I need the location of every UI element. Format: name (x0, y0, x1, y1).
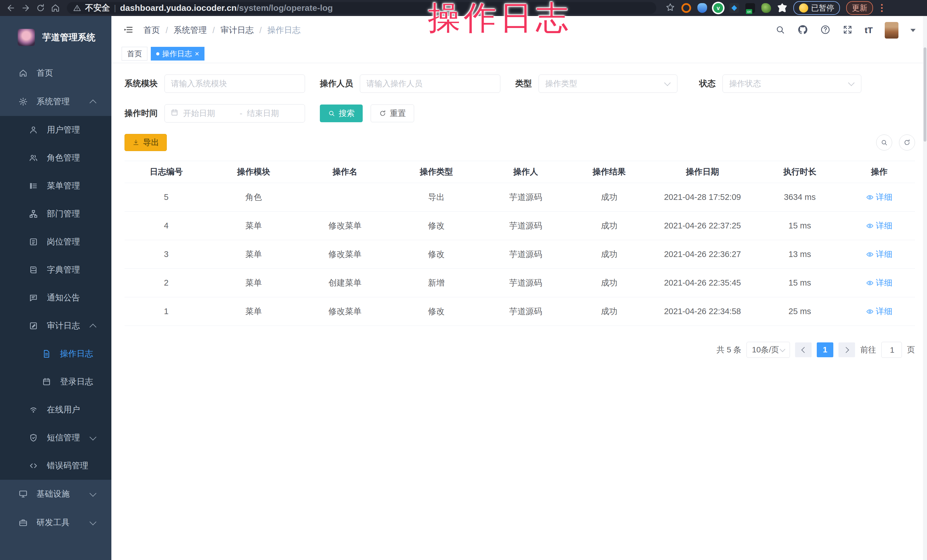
address-bar[interactable]: 不安全 | dashboard.yudao.iocoder.cn/system/… (67, 2, 656, 14)
gear-icon (18, 97, 28, 106)
app-title: 芋道管理系统 (42, 32, 96, 43)
sidebar-item-sms[interactable]: 短信管理 (0, 424, 111, 452)
search-button[interactable]: 搜索 (320, 105, 363, 122)
extension-icon[interactable] (761, 3, 771, 13)
page-size-select[interactable]: 10条/页 (746, 342, 790, 358)
bookmark-star-icon[interactable] (666, 3, 675, 14)
cell-date: 2021-04-26 22:37:25 (649, 212, 756, 240)
extension-icon[interactable] (729, 3, 739, 13)
sidebar-item-error-code[interactable]: 错误码管理 (0, 452, 111, 480)
module-input[interactable] (165, 79, 305, 88)
extension-icon[interactable] (698, 3, 707, 13)
breadcrumb-home[interactable]: 首页 (143, 24, 160, 36)
sidebar-item-system[interactable]: 系统管理 (0, 87, 111, 116)
reset-button[interactable]: 重置 (371, 105, 414, 122)
goto-page-input[interactable] (881, 342, 903, 358)
sidebar-toggle-icon[interactable] (123, 25, 134, 36)
close-icon[interactable]: × (195, 50, 199, 58)
sidebar-item-dev-tools[interactable]: 研发工具 (0, 508, 111, 537)
scrollbar-thumb[interactable] (924, 47, 926, 142)
sidebar-item-operate-log[interactable]: 操作日志 (0, 340, 111, 368)
cell-result: 成功 (570, 297, 649, 326)
cell-id: 2 (125, 269, 208, 297)
browser-menu-icon[interactable] (881, 4, 883, 12)
refresh-table-button[interactable] (899, 135, 915, 150)
detail-link[interactable]: 详细 (866, 220, 892, 232)
sidebar-item-depts[interactable]: 部门管理 (0, 200, 111, 228)
status-select[interactable] (722, 74, 861, 93)
sidebar-item-audit-log[interactable]: 审计日志 (0, 312, 111, 340)
cell-module: 菜单 (208, 212, 299, 240)
detail-link[interactable]: 详细 (866, 191, 892, 203)
browser-reload-icon[interactable] (34, 2, 47, 14)
browser-back-icon[interactable] (5, 2, 17, 14)
cell-date: 2021-04-26 22:34:58 (649, 297, 756, 326)
sidebar-item-infra[interactable]: 基础设施 (0, 480, 111, 508)
profile-emoji-icon (799, 3, 808, 12)
cell-type: 导出 (391, 183, 482, 212)
sidebar-item-online-users[interactable]: 在线用户 (0, 396, 111, 424)
security-label[interactable]: 不安全 (85, 2, 110, 14)
col-action: 操作 (843, 161, 915, 183)
breadcrumb-audit-log[interactable]: 审计日志 (220, 24, 254, 36)
sidebar-item-posts[interactable]: 岗位管理 (0, 228, 111, 256)
chevron-down-icon[interactable] (910, 29, 916, 32)
extension-icon[interactable]: on (745, 3, 755, 13)
cell-name: 创建菜单 (299, 269, 391, 297)
detail-link[interactable]: 详细 (866, 249, 892, 260)
fullscreen-icon[interactable] (842, 24, 853, 36)
browser-home-icon[interactable] (49, 2, 62, 14)
cell-operator: 芋道源码 (482, 297, 570, 326)
app-logo-row[interactable]: 芋道管理系统 (0, 16, 111, 59)
sidebar-item-dict[interactable]: 字典管理 (0, 256, 111, 284)
sidebar-item-home[interactable]: 首页 (0, 59, 111, 87)
pagination: 共 5 条 10条/页 1 前往 页 (125, 342, 915, 358)
next-page-button[interactable] (839, 342, 855, 357)
detail-link[interactable]: 详细 (866, 306, 892, 317)
cell-duration: 15 ms (756, 212, 843, 240)
browser-forward-icon[interactable] (20, 2, 32, 14)
avatar[interactable] (885, 22, 898, 39)
extension-icon[interactable] (681, 3, 691, 13)
breadcrumb-system[interactable]: 系统管理 (174, 24, 207, 36)
tag-home[interactable]: 首页 (122, 47, 147, 61)
profile-paused-pill[interactable]: 已暂停 (793, 1, 840, 15)
cell-duration: 15 ms (756, 269, 843, 297)
status-select-input[interactable] (723, 79, 849, 88)
cell-result: 成功 (570, 183, 649, 212)
active-dot (156, 52, 160, 55)
app-logo (18, 29, 35, 46)
prev-page-button[interactable] (795, 342, 812, 357)
cell-name (299, 183, 391, 212)
page-1-button[interactable]: 1 (817, 342, 833, 357)
sidebar-item-notice[interactable]: 通知公告 (0, 284, 111, 312)
extension-icon[interactable]: v (713, 3, 723, 13)
org-tree-icon (29, 209, 38, 219)
export-button[interactable]: 导出 (125, 134, 167, 151)
refresh-icon (903, 139, 911, 146)
font-size-icon[interactable]: tT (865, 26, 873, 35)
cell-name: 修改菜单 (299, 212, 391, 240)
github-icon[interactable] (797, 24, 808, 36)
detail-link[interactable]: 详细 (866, 277, 892, 289)
help-icon[interactable] (820, 24, 830, 36)
eye-icon (866, 194, 874, 201)
scrollbar[interactable] (923, 16, 927, 560)
page-unit-label: 页 (907, 344, 915, 355)
operator-input[interactable] (360, 79, 500, 88)
sidebar-item-login-log[interactable]: 登录日志 (0, 368, 111, 396)
browser-update-button[interactable]: 更新 (846, 1, 873, 15)
search-icon[interactable] (775, 24, 785, 36)
extension-icon[interactable] (777, 3, 787, 13)
tag-operate-log[interactable]: 操作日志 × (151, 47, 205, 61)
sidebar-item-roles[interactable]: 角色管理 (0, 144, 111, 172)
date-range-picker[interactable]: 开始日期 - 结束日期 (164, 104, 305, 123)
type-select-input[interactable] (539, 79, 665, 88)
type-select[interactable] (539, 74, 678, 93)
sidebar-item-menus[interactable]: 菜单管理 (0, 172, 111, 200)
cell-module: 菜单 (208, 297, 299, 326)
cell-operator: 芋道源码 (482, 183, 570, 212)
sidebar-item-users[interactable]: 用户管理 (0, 116, 111, 144)
toggle-search-button[interactable] (876, 135, 892, 150)
comment-icon (29, 293, 38, 303)
